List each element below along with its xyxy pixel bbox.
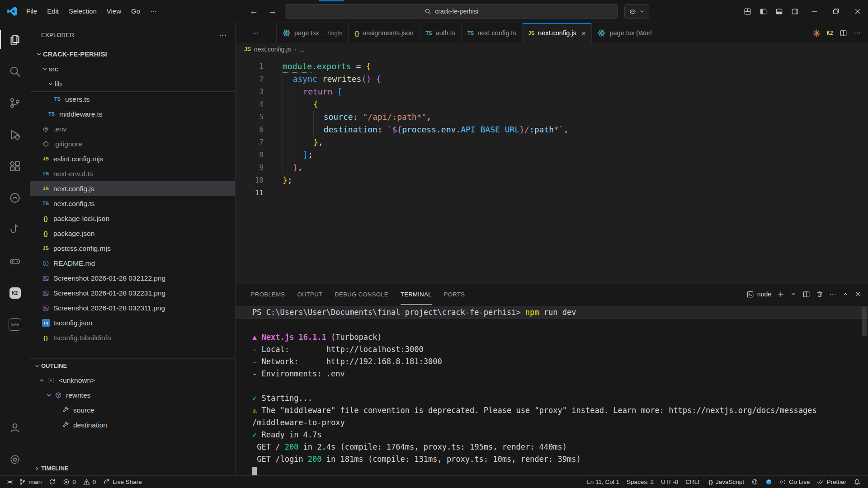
activity-source-control[interactable]: [0, 87, 30, 119]
claude-icon[interactable]: [813, 29, 821, 37]
code-line-3[interactable]: 3return [: [236, 85, 868, 98]
minimize-button[interactable]: [804, 0, 825, 23]
kill-terminal-icon[interactable]: [816, 291, 823, 298]
tree-item-src[interactable]: src: [30, 61, 235, 76]
explorer-more-icon[interactable]: ⋯: [219, 30, 227, 40]
menu-file[interactable]: File: [21, 5, 42, 18]
activity-hook-extension[interactable]: [0, 214, 30, 245]
activity-chat-extension[interactable]: [0, 182, 30, 214]
menu-selection[interactable]: Selection: [64, 5, 102, 18]
outline-header[interactable]: OUTLINE: [30, 358, 235, 373]
menu-edit[interactable]: Edit: [42, 5, 64, 18]
status-indentation[interactable]: Spaces: 2: [623, 476, 657, 488]
new-terminal-icon[interactable]: [777, 291, 784, 298]
tree-item-screenshot-2026-01-28-032231-png[interactable]: Screenshot 2026-01-28 032231.png: [30, 286, 235, 300]
terminal-instance[interactable]: node: [746, 291, 771, 298]
panel-tab-output[interactable]: OUTPUT: [297, 284, 322, 305]
activity-kilo-code[interactable]: K2: [0, 277, 30, 309]
outline-item-rewrites[interactable]: rewrites: [30, 388, 235, 403]
tab-assignments-json[interactable]: {}assignments.json: [349, 23, 420, 43]
activity-explorer[interactable]: [0, 24, 30, 56]
close-tab-icon[interactable]: ×: [582, 29, 586, 37]
status-cursor-position[interactable]: Ln 11, Col 1: [583, 476, 623, 488]
status-language-mode[interactable]: {}JavaScript: [705, 476, 748, 488]
toggle-panel-icon[interactable]: [771, 4, 787, 19]
code-line-4[interactable]: 4{: [236, 98, 868, 111]
tab-page-tsx[interactable]: page.tsx...\login: [277, 23, 349, 43]
status-eol-sequence[interactable]: CRLF: [682, 476, 705, 488]
tree-item--env[interactable]: .env: [30, 122, 235, 136]
tree-item-lib[interactable]: lib: [30, 76, 235, 92]
tree-item--gitignore[interactable]: .gitignore: [30, 136, 235, 151]
tree-item-eslint-config-mjs[interactable]: JSeslint.config.mjs: [30, 151, 235, 166]
tab-page-tsx-worl[interactable]: page.tsx (Worl: [592, 23, 657, 43]
code-line-7[interactable]: 7},: [236, 136, 868, 149]
kilo-code-icon[interactable]: K2: [827, 30, 833, 36]
tree-item-screenshot-2026-01-28-032122-png[interactable]: Screenshot 2026-01-28 032122.png: [30, 271, 235, 286]
status-browser-preview[interactable]: [748, 476, 762, 488]
status-notifications-bell[interactable]: [850, 476, 864, 488]
restore-button[interactable]: [826, 0, 846, 23]
tree-item-next-config-js[interactable]: JSnext.config.js: [30, 181, 235, 196]
tree-item-tsconfig-json[interactable]: TStsconfig.json: [30, 315, 235, 330]
status-go-live[interactable]: Go Live: [776, 476, 814, 488]
tree-item-middleware-ts[interactable]: TSmiddleware.ts: [30, 107, 235, 122]
menu-more[interactable]: ⋯: [145, 5, 162, 18]
close-window-button[interactable]: [847, 0, 868, 23]
panel-tab-debug-console[interactable]: DEBUG CONSOLE: [335, 284, 388, 305]
activity-accounts[interactable]: [0, 412, 30, 444]
tab-next-config-ts[interactable]: TSnext.config.ts: [462, 23, 523, 43]
command-center-search[interactable]: crack-fe-perhisi: [285, 4, 618, 19]
code-line-5[interactable]: 5source: "/api/:path*",: [236, 111, 868, 123]
code-line-8[interactable]: 8];: [236, 149, 868, 161]
status-prettier[interactable]: Prettier: [813, 476, 850, 488]
status-git-sync[interactable]: [45, 476, 59, 488]
tree-item-postcss-config-mjs[interactable]: JSpostcss.config.mjs: [30, 241, 235, 256]
code-line-9[interactable]: 9},: [236, 161, 868, 174]
tree-item-tsconfig-tsbuildinfo[interactable]: {}tsconfig.tsbuildinfo: [30, 330, 235, 345]
panel-tab-problems[interactable]: PROBLEMS: [251, 284, 285, 305]
editor-more-icon[interactable]: [854, 29, 861, 37]
tab-overflow[interactable]: ⋯: [236, 23, 277, 43]
toggle-secondary-sidebar-icon[interactable]: [787, 4, 803, 19]
activity-search[interactable]: [0, 56, 30, 87]
terminal-scrollbar[interactable]: [862, 307, 867, 336]
activity-extensions[interactable]: [0, 150, 30, 182]
activity-api-client[interactable]: /API\: [0, 309, 30, 340]
outline-item-destination[interactable]: destination: [30, 418, 235, 432]
terminal[interactable]: PS C:\Users\User\Documents\final project…: [236, 304, 868, 475]
tab-next-config-js[interactable]: JSnext.config.js×: [523, 23, 592, 43]
nav-forward-icon[interactable]: →: [266, 6, 278, 16]
activity-settings[interactable]: [0, 444, 30, 475]
menu-view[interactable]: View: [102, 5, 126, 18]
customize-layout-icon[interactable]: [740, 4, 755, 19]
tree-item-package-json[interactable]: {}package.json: [30, 226, 235, 241]
tree-item-package-lock-json[interactable]: {}package-lock.json: [30, 211, 235, 226]
status-browser-sync[interactable]: [762, 476, 776, 488]
copilot-button[interactable]: [624, 4, 649, 19]
activity-gamepad-extension[interactable]: [0, 245, 30, 277]
code-line-2[interactable]: 2async rewrites() {: [236, 73, 868, 85]
status-live-share[interactable]: Live Share: [99, 476, 146, 488]
toggle-sidebar-icon[interactable]: [755, 4, 771, 19]
panel-more-icon[interactable]: [829, 291, 836, 298]
activity-run-debug[interactable]: [0, 119, 30, 150]
menu-go[interactable]: Go: [126, 5, 145, 18]
split-editor-icon[interactable]: [840, 29, 847, 37]
code-line-11[interactable]: 11: [236, 187, 868, 199]
nav-back-icon[interactable]: ←: [248, 6, 260, 16]
tree-item-next-config-ts[interactable]: TSnext.config.ts: [30, 196, 235, 211]
tree-item-readme-md[interactable]: README.md: [30, 256, 235, 271]
status-remote-indicator[interactable]: ><: [4, 476, 15, 488]
split-terminal-icon[interactable]: [802, 291, 810, 298]
code-line-6[interactable]: 6destination: `${process.env.API_BASE_UR…: [236, 123, 868, 136]
maximize-panel-icon[interactable]: [842, 291, 849, 297]
panel-tab-terminal[interactable]: TERMINAL: [401, 284, 432, 305]
status-encoding[interactable]: UTF-8: [657, 476, 682, 488]
tree-item-crack-fe-perhisi[interactable]: CRACK-FE-PERHISI: [30, 47, 235, 61]
close-panel-icon[interactable]: [854, 291, 862, 298]
code-line-1[interactable]: 1module.exports = {: [236, 60, 868, 73]
outline-item-source[interactable]: source: [30, 403, 235, 418]
tree-item-screenshot-2026-01-28-032311-png[interactable]: Screenshot 2026-01-28 032311.png: [30, 300, 235, 315]
outline-item-unknown[interactable]: <unknown>: [30, 373, 235, 388]
